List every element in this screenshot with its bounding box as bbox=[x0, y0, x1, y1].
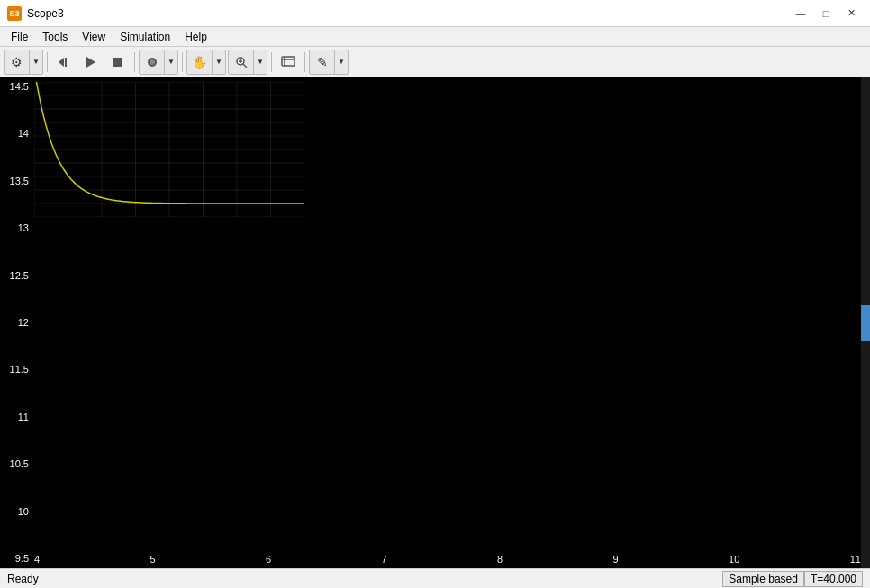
title-bar: S3 Scope3 — □ ✕ bbox=[0, 0, 870, 27]
status-time: T=40.000 bbox=[804, 571, 863, 587]
x-axis: 4 5 6 7 8 9 10 11 bbox=[34, 550, 861, 568]
toolbar: ⚙ ▼ ▼ ✋ ▼ bbox=[0, 47, 870, 77]
settings-button[interactable]: ⚙ bbox=[5, 50, 30, 74]
pen-dropdown[interactable]: ▼ bbox=[335, 50, 348, 74]
svg-marker-2 bbox=[86, 57, 95, 68]
separator-4 bbox=[271, 52, 272, 72]
app-icon-text: S3 bbox=[9, 9, 19, 18]
app-icon: S3 bbox=[7, 6, 22, 21]
x-label-9: 9 bbox=[613, 554, 619, 565]
menu-file[interactable]: File bbox=[4, 29, 35, 45]
y-axis: 14.5 14 13.5 13 12.5 12 11.5 11 10.5 10 … bbox=[0, 77, 34, 568]
x-label-8: 8 bbox=[497, 554, 503, 565]
side-scroll-indicator bbox=[861, 77, 870, 568]
pan-group: ✋ ▼ bbox=[186, 50, 226, 75]
record-group: ▼ bbox=[139, 50, 178, 75]
y-label-11_5: 11.5 bbox=[2, 365, 32, 375]
separator-3 bbox=[182, 52, 183, 72]
y-label-13_5: 13.5 bbox=[2, 176, 32, 186]
pen-button[interactable]: ✎ bbox=[310, 50, 335, 74]
x-label-4: 4 bbox=[34, 554, 40, 565]
x-label-11: 11 bbox=[850, 554, 861, 565]
record-dropdown[interactable]: ▼ bbox=[165, 50, 177, 74]
y-label-14: 14 bbox=[2, 129, 32, 139]
svg-rect-1 bbox=[65, 58, 67, 67]
scope-button[interactable] bbox=[276, 50, 301, 74]
status-right: Sample based T=40.000 bbox=[722, 571, 863, 587]
x-label-10: 10 bbox=[729, 554, 739, 565]
window-controls: — □ ✕ bbox=[789, 5, 863, 22]
x-label-5: 5 bbox=[150, 554, 156, 565]
svg-line-7 bbox=[243, 64, 247, 68]
zoom-dropdown[interactable]: ▼ bbox=[254, 50, 267, 74]
x-label-7: 7 bbox=[382, 554, 387, 565]
svg-marker-0 bbox=[59, 58, 64, 67]
menu-tools[interactable]: Tools bbox=[35, 29, 75, 45]
plot-svg bbox=[34, 82, 304, 217]
y-label-12_5: 12.5 bbox=[2, 271, 32, 281]
svg-rect-10 bbox=[282, 57, 295, 66]
side-indicator-mark bbox=[861, 305, 870, 341]
x-label-6: 6 bbox=[266, 554, 271, 565]
pen-group: ✎ ▼ bbox=[309, 50, 349, 75]
separator-2 bbox=[134, 52, 135, 72]
settings-group: ⚙ ▼ bbox=[4, 50, 43, 75]
pan-button[interactable]: ✋ bbox=[187, 50, 213, 74]
y-label-11: 11 bbox=[2, 412, 32, 422]
zoom-button[interactable] bbox=[229, 50, 254, 74]
minimize-button[interactable]: — bbox=[789, 5, 812, 22]
play-button[interactable] bbox=[78, 50, 104, 74]
y-label-9_5: 9.5 bbox=[2, 554, 32, 564]
close-button[interactable]: ✕ bbox=[839, 5, 863, 22]
settings-dropdown[interactable]: ▼ bbox=[30, 50, 42, 74]
menu-view[interactable]: View bbox=[75, 29, 113, 45]
separator-1 bbox=[47, 52, 48, 72]
status-bar: Ready Sample based T=40.000 bbox=[0, 568, 870, 588]
svg-point-5 bbox=[150, 59, 155, 65]
y-label-12: 12 bbox=[2, 318, 32, 328]
stop-button[interactable] bbox=[105, 50, 131, 74]
svg-rect-3 bbox=[113, 58, 122, 67]
pan-dropdown[interactable]: ▼ bbox=[213, 50, 225, 74]
y-label-10: 10 bbox=[2, 507, 32, 517]
menu-help[interactable]: Help bbox=[177, 29, 214, 45]
window-title: Scope3 bbox=[27, 7, 789, 20]
separator-5 bbox=[304, 52, 305, 72]
status-sample-based: Sample based bbox=[722, 571, 804, 587]
menu-simulation[interactable]: Simulation bbox=[113, 29, 177, 45]
y-label-14_5: 14.5 bbox=[2, 82, 32, 92]
main-area: 14.5 14 13.5 13 12.5 12 11.5 11 10.5 10 … bbox=[0, 77, 870, 568]
y-label-13: 13 bbox=[2, 223, 32, 233]
status-ready: Ready bbox=[7, 573, 39, 585]
menu-bar: File Tools View Simulation Help bbox=[0, 27, 870, 47]
rewind-button[interactable] bbox=[51, 50, 77, 74]
record-button[interactable] bbox=[140, 50, 165, 74]
plot-container[interactable]: 14.5 14 13.5 13 12.5 12 11.5 11 10.5 10 … bbox=[0, 77, 870, 568]
zoom-group: ▼ bbox=[228, 50, 267, 75]
maximize-button[interactable]: □ bbox=[814, 5, 838, 22]
y-label-10_5: 10.5 bbox=[2, 459, 32, 469]
